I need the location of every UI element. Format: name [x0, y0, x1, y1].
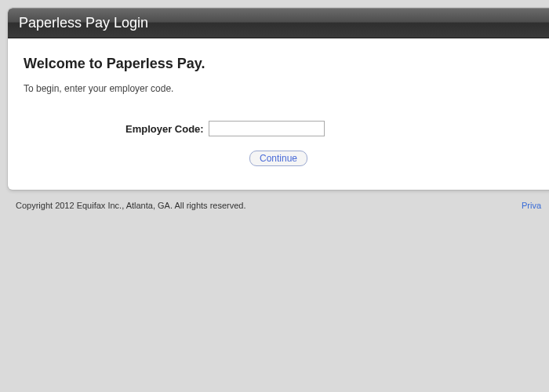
card-body: Welcome to Paperless Pay. To begin, ente… [8, 38, 549, 190]
welcome-heading: Welcome to Paperless Pay. [24, 56, 549, 72]
instruction-text: To begin, enter your employer code. [24, 83, 549, 94]
continue-button[interactable]: Continue [249, 151, 307, 166]
employer-code-input[interactable] [209, 121, 325, 136]
page-title: Paperless Pay Login [19, 15, 549, 31]
copyright-text: Copyright 2012 Equifax Inc., Atlanta, GA… [16, 201, 246, 210]
button-row: Continue [24, 151, 549, 166]
employer-code-label: Employer Code: [125, 123, 204, 135]
card-header: Paperless Pay Login [8, 8, 549, 38]
footer: Copyright 2012 Equifax Inc., Atlanta, GA… [0, 190, 549, 213]
login-card: Paperless Pay Login Welcome to Paperless… [8, 8, 549, 190]
privacy-link[interactable]: Priva [522, 201, 541, 210]
employer-code-row: Employer Code: [24, 121, 549, 136]
